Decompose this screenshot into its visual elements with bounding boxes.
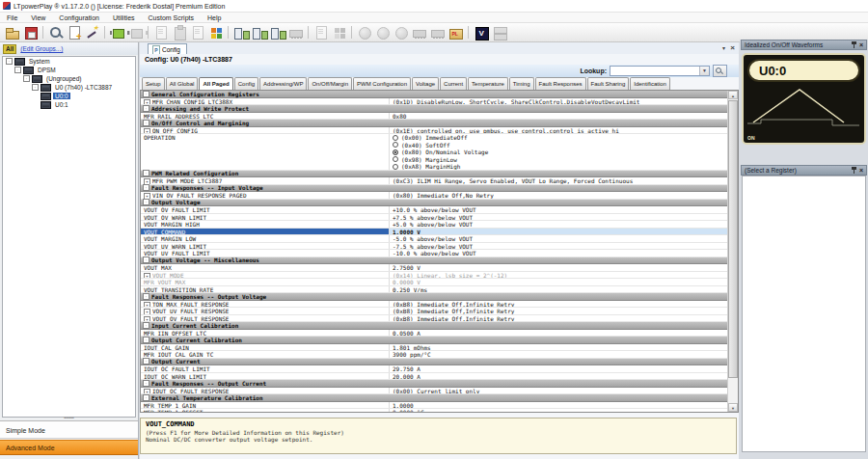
register-value-cell[interactable]: 3900 ppm/°C	[390, 351, 728, 358]
register-row-on-off-config[interactable]: +ON_OFF_CONFIG(0x1E) controlled_on, use_…	[141, 127, 728, 135]
register-value-cell[interactable]: (0xB8) Immediate Off,Infinite_Retry	[390, 301, 728, 308]
register-row-iout-cal-gain[interactable]: IOUT_CAL_GAIN1.801 mOhms	[141, 344, 728, 352]
pin-icon[interactable]	[852, 41, 856, 48]
tab-timing[interactable]: Timing	[509, 77, 534, 90]
register-expand-toggle[interactable]: +	[144, 193, 150, 199]
write-to-nvm-button[interactable]	[268, 24, 286, 41]
section-addressing-and-write-protect[interactable]: -Addressing and Write Protect	[141, 105, 728, 113]
register-value-cell[interactable]: (0x14) Linear, lsb_size = 2^(-12)	[390, 272, 728, 279]
register-value-cell[interactable]: 0.0000 V	[390, 279, 728, 285]
section-on-off-control-and-margining[interactable]: -On/Off Control and Margining	[141, 120, 728, 127]
register-row-mfr-vout-max[interactable]: MFR_VOUT_MAX0.0000 V	[141, 279, 728, 286]
export-report-button[interactable]	[65, 24, 83, 41]
open-config-button[interactable]	[3, 24, 21, 41]
menu-configuration[interactable]: Configuration	[52, 13, 106, 22]
close-icon[interactable]: ×	[859, 167, 863, 174]
register-value-cell[interactable]: 0x80	[390, 113, 728, 120]
operation-option-0x40-softoff[interactable]: (0x40) SoftOff	[393, 142, 728, 149]
menu-custom-scripts[interactable]: Custom Scripts	[142, 13, 201, 22]
tree-expand-toggle[interactable]: -	[14, 67, 21, 73]
register-value-cell[interactable]: (0xB8) Immediate Off,Infinite_Retry	[390, 315, 728, 322]
register-expand-toggle[interactable]: +	[144, 273, 150, 279]
tab-fault-sharing[interactable]: Fault Sharing	[587, 77, 630, 90]
register-row-mfr-temp-1-offset[interactable]: MFR_TEMP_1_OFFSET0.0000 °C	[141, 409, 728, 412]
advanced-mode-button[interactable]: Advanced Mode	[0, 440, 138, 455]
register-value-cell[interactable]: (0x1D) DisableRunLow, ShortCycle, ShareC…	[390, 98, 728, 105]
section-input-current-calibration[interactable]: -Input Current Calibration	[141, 322, 728, 330]
scroll-thumb[interactable]	[728, 100, 738, 378]
register-value-cell[interactable]: -10.0 % above/below VOUT	[390, 250, 728, 256]
read-from-ram-button[interactable]	[250, 24, 268, 41]
register-row-vout-margin-high[interactable]: VOUT_MARGIN_HIGH+5.0 % above/below VOUT	[141, 221, 728, 229]
pl-scripts-button[interactable]	[447, 24, 465, 41]
register-value-cell[interactable]: (0x00) Current limit only	[390, 388, 728, 394]
register-value-cell[interactable]: (0x1E) controlled_on, use_pmbus, use_con…	[390, 127, 728, 134]
register-value-cell[interactable]: 1.0000	[390, 402, 728, 409]
tab-temperature[interactable]: Temperature	[468, 77, 508, 90]
section-collapse-toggle[interactable]: -	[143, 358, 149, 364]
section-output-voltage[interactable]: -Output Voltage	[141, 200, 728, 207]
register-expand-toggle[interactable]: +	[144, 178, 150, 184]
operation-option-0x80-on-nominal-voltage[interactable]: (0x80) On/Nominal Voltage	[393, 148, 728, 156]
section-collapse-toggle[interactable]: -	[143, 337, 149, 343]
register-row-vin-ov-fault-response-paged[interactable]: +VIN_OV_FAULT_RESPONSE_PAGED(0x80) Immed…	[141, 192, 728, 200]
write-to-ram-button[interactable]	[231, 24, 250, 41]
register-row-vout-uv-warn-limit[interactable]: VOUT_UV_WARN_LIMIT-7.5 % above/below VOU…	[141, 243, 728, 251]
section-general-configuration-registers[interactable]: -General Configuration Registers	[141, 91, 728, 98]
pin-icon[interactable]	[852, 167, 856, 174]
register-value-cell[interactable]: -5.0 % above/below VOUT	[390, 235, 728, 242]
group-all-badge[interactable]: All	[3, 44, 16, 54]
section-collapse-toggle[interactable]: -	[143, 184, 149, 191]
tab-fault-responses[interactable]: Fault Responses	[535, 77, 586, 90]
register-row-vout-max[interactable]: VOUT_MAX2.7500 V	[141, 264, 728, 272]
section-collapse-toggle[interactable]: -	[143, 170, 149, 176]
tab-on-off-margin[interactable]: On/Off/Margin	[308, 77, 352, 90]
tree-expand-toggle[interactable]: -	[6, 58, 13, 65]
register-value-cell[interactable]: 0.250 V/ms	[390, 286, 728, 293]
lookup-search-button[interactable]	[713, 65, 727, 77]
tab-list-dropdown-icon[interactable]: ▾	[722, 42, 725, 54]
go-online-button[interactable]	[108, 24, 126, 41]
register-value-cell[interactable]: (0xC3) ILIM Hi Range, Servo Enabled, VOU…	[390, 177, 728, 184]
tab-current[interactable]: Current	[440, 77, 467, 90]
section-output-current[interactable]: -Output Current	[141, 359, 728, 366]
section-collapse-toggle[interactable]: -	[143, 199, 149, 205]
menu-help[interactable]: Help	[201, 13, 228, 22]
tree-item-dpsm[interactable]: -DPSM	[3, 66, 135, 74]
register-value-cell[interactable]: +10.0 % above/below VOUT	[390, 206, 728, 213]
register-value-cell[interactable]: 0.0000 °C	[390, 409, 728, 412]
register-value-cell[interactable]: 1.801 mOhms	[390, 344, 728, 351]
register-value-cell[interactable]: 20.000 A	[390, 373, 728, 380]
register-row-iout-oc-fault-limit[interactable]: IOUT_OC_FAULT_LIMIT29.750 A	[141, 365, 728, 373]
operation-option-0x00-immediateoff[interactable]: (0x00) ImmediateOff	[393, 134, 728, 142]
menu-view[interactable]: View	[24, 13, 52, 22]
section-collapse-toggle[interactable]: -	[143, 105, 149, 112]
register-row-vout-margin-low[interactable]: VOUT_MARGIN_LOW-5.0 % above/below VOUT	[141, 235, 728, 243]
tree-item-system[interactable]: -System	[3, 57, 135, 66]
register-expand-toggle[interactable]: +	[144, 99, 150, 105]
simple-mode-button[interactable]: Simple Mode	[0, 420, 138, 439]
section-output-current-calibration[interactable]: -Output Current Calibration	[141, 337, 728, 344]
tree-expand-toggle[interactable]: -	[32, 84, 39, 91]
register-row-vout-ov-fault-limit[interactable]: VOUT_OV_FAULT_LIMIT+10.0 % above/below V…	[141, 206, 728, 214]
tree-item-u0-7h40-ltc3887[interactable]: -U0 (7h40) -LTC3887	[3, 83, 135, 92]
register-value-cell[interactable]: +5.0 % above/below VOUT	[390, 221, 728, 228]
tab-all-global[interactable]: All Global	[166, 77, 199, 90]
register-value-cell[interactable]: (0x80) Immediate Off,No_Retry	[390, 192, 728, 199]
verify-button[interactable]	[472, 24, 490, 41]
tab-setup[interactable]: Setup	[142, 77, 165, 90]
operation-option-0xa8-marginhigh[interactable]: (0xA8) MarginHigh	[393, 163, 728, 170]
tree-item-u0-1[interactable]: U0:1	[3, 100, 135, 109]
register-row-vout-uv-fault-response[interactable]: +VOUT_UV_FAULT_RESPONSE(0xB8) Immediate …	[141, 308, 728, 315]
tab-config[interactable]: Config	[234, 77, 258, 90]
edit-groups-link[interactable]: (Edit Groups...)	[20, 45, 63, 52]
register-expand-toggle[interactable]: +	[144, 309, 150, 314]
tab-close-icon[interactable]: ×	[730, 42, 735, 54]
register-row-vout-mode[interactable]: +VOUT_MODE(0x14) Linear, lsb_size = 2^(-…	[141, 272, 728, 280]
register-value-cell[interactable]: 1.0000 V	[390, 229, 728, 235]
menu-file[interactable]: File	[0, 13, 24, 22]
register-row-ton-max-fault-response[interactable]: +TON_MAX_FAULT_RESPONSE(0xB8) Immediate …	[141, 301, 728, 309]
section-collapse-toggle[interactable]: -	[143, 293, 149, 300]
section-collapse-toggle[interactable]: -	[143, 322, 149, 329]
section-fault-responses-output-voltage[interactable]: -Fault Responses -- Output Voltage	[141, 293, 728, 301]
